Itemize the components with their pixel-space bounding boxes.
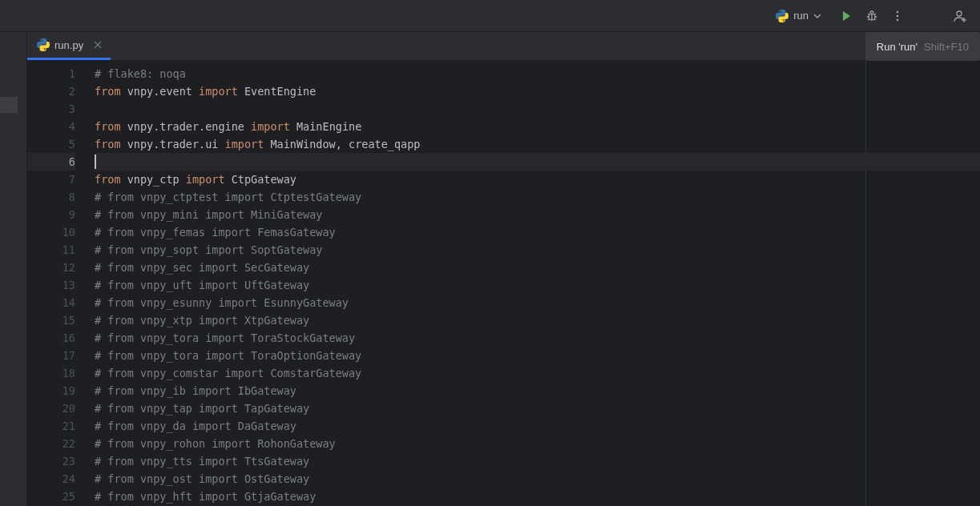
code-line[interactable]: # from vnpy_rohon import RohonGateway bbox=[95, 435, 980, 452]
line-number[interactable]: 13 bbox=[27, 276, 75, 294]
code-token: # flake8: noqa bbox=[95, 67, 186, 80]
code-line[interactable]: from vnpy.event import EventEngine bbox=[95, 82, 980, 100]
code-token: # from vnpy_hft import GtjaGateway bbox=[95, 490, 316, 503]
code-line[interactable]: # from vnpy_comstar import ComstarGatewa… bbox=[95, 364, 980, 382]
line-number[interactable]: 21 bbox=[27, 417, 75, 435]
code-token: vnpy_ctp bbox=[121, 173, 186, 186]
line-number[interactable]: 6 bbox=[27, 153, 75, 171]
svg-point-9 bbox=[897, 14, 899, 17]
line-number[interactable]: 24 bbox=[27, 470, 75, 488]
code-line[interactable]: # from vnpy_tora import ToraStockGateway bbox=[95, 329, 980, 347]
code-line[interactable]: # from vnpy_esunny import EsunnyGateway bbox=[95, 294, 980, 311]
text-cursor bbox=[95, 155, 96, 169]
code-token: # from vnpy_rohon import RohonGateway bbox=[95, 437, 336, 450]
tab-close-button[interactable] bbox=[91, 38, 104, 51]
run-configuration-selector[interactable]: run bbox=[769, 6, 828, 26]
code-token: vnpy.trader.engine bbox=[121, 120, 252, 133]
top-toolbar: run bbox=[0, 0, 980, 32]
line-number[interactable]: 10 bbox=[27, 223, 75, 241]
code-token: # from vnpy_da import DaGateway bbox=[95, 420, 296, 432]
debug-button[interactable] bbox=[860, 4, 884, 28]
line-number[interactable]: 14 bbox=[27, 294, 75, 311]
code-token: from bbox=[95, 138, 121, 151]
code-token: vnpy.event bbox=[121, 85, 200, 98]
bug-icon bbox=[865, 10, 878, 22]
code-line[interactable]: # from vnpy_tora import ToraOptionGatewa… bbox=[95, 347, 980, 364]
code-line[interactable]: # from vnpy_sopt import SoptGateway bbox=[95, 241, 980, 259]
editor-tab-run-py[interactable]: run.py bbox=[27, 32, 111, 60]
code-line[interactable]: # from vnpy_tap import TapGateway bbox=[95, 400, 980, 417]
code-editor[interactable]: 1234567891011121314151617181920212223242… bbox=[27, 61, 980, 506]
svg-line-7 bbox=[874, 18, 876, 20]
code-token: # from vnpy_xtp import XtpGateway bbox=[95, 314, 309, 327]
code-token: # from vnpy_ctptest import CtptestGatewa… bbox=[95, 191, 361, 203]
code-token: from bbox=[95, 120, 121, 133]
line-number[interactable]: 23 bbox=[27, 452, 75, 470]
code-token: # from vnpy_sec import SecGateway bbox=[95, 261, 309, 274]
code-line[interactable] bbox=[95, 100, 980, 118]
code-line[interactable]: from vnpy.trader.engine import MainEngin… bbox=[95, 118, 980, 135]
line-number[interactable]: 11 bbox=[27, 241, 75, 259]
line-number[interactable]: 18 bbox=[27, 364, 75, 382]
line-number[interactable]: 3 bbox=[27, 100, 75, 118]
run-tooltip: Run 'run' Shift+F10 bbox=[865, 32, 980, 61]
svg-point-11 bbox=[957, 11, 962, 16]
code-line[interactable]: # from vnpy_hft import GtjaGateway bbox=[95, 488, 980, 505]
close-icon bbox=[94, 41, 102, 49]
left-tool-strip[interactable] bbox=[0, 32, 27, 506]
python-icon bbox=[37, 38, 50, 51]
svg-line-4 bbox=[868, 14, 869, 15]
line-number[interactable]: 20 bbox=[27, 400, 75, 417]
line-number[interactable]: 7 bbox=[27, 171, 75, 188]
main-area: run.py Run 'run' Shift+F10 1234567891011… bbox=[0, 32, 980, 506]
line-number[interactable]: 12 bbox=[27, 259, 75, 276]
line-number[interactable]: 8 bbox=[27, 188, 75, 206]
line-number[interactable]: 22 bbox=[27, 435, 75, 452]
code-line[interactable]: # from vnpy_ost import OstGateway bbox=[95, 470, 980, 488]
line-number[interactable]: 2 bbox=[27, 82, 75, 100]
code-line[interactable] bbox=[95, 153, 980, 171]
code-line[interactable]: # from vnpy_uft import UftGateway bbox=[95, 276, 980, 294]
code-line[interactable]: # from vnpy_xtp import XtpGateway bbox=[95, 311, 980, 329]
run-config-label: run bbox=[793, 10, 809, 22]
svg-point-8 bbox=[897, 10, 899, 13]
code-token: # from vnpy_uft import UftGateway bbox=[95, 279, 309, 291]
line-number[interactable]: 4 bbox=[27, 118, 75, 135]
line-number[interactable]: 16 bbox=[27, 329, 75, 347]
line-number[interactable]: 1 bbox=[27, 65, 75, 82]
line-number[interactable]: 9 bbox=[27, 206, 75, 223]
code-line[interactable]: from vnpy.trader.ui import MainWindow, c… bbox=[95, 135, 980, 153]
code-line[interactable]: # from vnpy_ib import IbGateway bbox=[95, 382, 980, 400]
code-token: # from vnpy_sopt import SoptGateway bbox=[95, 243, 322, 256]
code-line[interactable]: # from vnpy_mini import MiniGateway bbox=[95, 206, 980, 223]
code-token: from bbox=[95, 173, 121, 186]
code-with-me-button[interactable] bbox=[948, 4, 972, 28]
editor-container: run.py Run 'run' Shift+F10 1234567891011… bbox=[27, 32, 980, 506]
svg-line-6 bbox=[868, 18, 869, 20]
tab-filename: run.py bbox=[54, 39, 83, 51]
code-token: # from vnpy_esunny import EsunnyGateway bbox=[95, 296, 349, 309]
line-number[interactable]: 5 bbox=[27, 135, 75, 153]
line-number-gutter[interactable]: 1234567891011121314151617181920212223242… bbox=[27, 61, 90, 506]
line-number[interactable]: 19 bbox=[27, 382, 75, 400]
line-number[interactable]: 15 bbox=[27, 311, 75, 329]
code-line[interactable]: # from vnpy_tts import TtsGateway bbox=[95, 452, 980, 470]
code-line[interactable]: # flake8: noqa bbox=[95, 65, 980, 82]
line-number[interactable]: 17 bbox=[27, 347, 75, 364]
tooltip-shortcut: Shift+F10 bbox=[924, 41, 969, 53]
code-token: # from vnpy_tora import ToraStockGateway bbox=[95, 331, 355, 344]
code-line[interactable]: # from vnpy_da import DaGateway bbox=[95, 417, 980, 435]
more-actions-button[interactable] bbox=[885, 4, 909, 28]
svg-point-10 bbox=[897, 18, 899, 21]
run-button[interactable] bbox=[834, 4, 858, 28]
line-number[interactable]: 25 bbox=[27, 488, 75, 505]
code-line[interactable]: # from vnpy_sec import SecGateway bbox=[95, 259, 980, 276]
code-token: # from vnpy_tap import TapGateway bbox=[95, 402, 309, 415]
code-line[interactable]: # from vnpy_ctptest import CtptestGatewa… bbox=[95, 188, 980, 206]
code-content[interactable]: # flake8: noqafrom vnpy.event import Eve… bbox=[90, 61, 980, 506]
play-icon bbox=[840, 10, 853, 22]
code-line[interactable]: from vnpy_ctp import CtpGateway bbox=[95, 171, 980, 188]
code-line[interactable]: # from vnpy_femas import FemasGateway bbox=[95, 223, 980, 241]
tool-strip-marker[interactable] bbox=[0, 97, 18, 113]
code-token: CtpGateway bbox=[225, 173, 296, 186]
